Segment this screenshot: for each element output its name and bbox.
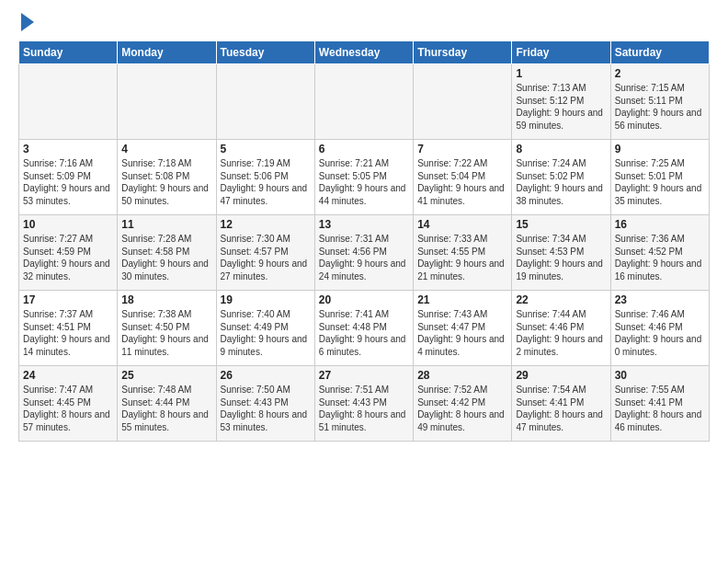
calendar-cell: 10Sunrise: 7:27 AM Sunset: 4:59 PM Dayli… [19,215,118,291]
calendar: SundayMondayTuesdayWednesdayThursdayFrid… [18,40,710,442]
cell-content: Sunrise: 7:27 AM Sunset: 4:59 PM Dayligh… [23,233,113,282]
weekday-header-row: SundayMondayTuesdayWednesdayThursdayFrid… [19,41,710,64]
cell-content: Sunrise: 7:22 AM Sunset: 5:04 PM Dayligh… [417,157,507,207]
calendar-cell: 19Sunrise: 7:40 AM Sunset: 4:49 PM Dayli… [216,291,314,366]
calendar-cell: 23Sunrise: 7:46 AM Sunset: 4:46 PM Dayli… [610,291,709,366]
cell-content: Sunrise: 7:50 AM Sunset: 4:43 PM Dayligh… [221,384,311,433]
calendar-cell [216,64,314,140]
cell-content: Sunrise: 7:54 AM Sunset: 4:41 PM Dayligh… [516,384,606,433]
day-number: 28 [417,369,507,382]
cell-content: Sunrise: 7:52 AM Sunset: 4:42 PM Dayligh… [417,384,507,433]
logo-triangle-icon [21,13,34,31]
cell-content: Sunrise: 7:15 AM Sunset: 5:11 PM Dayligh… [615,82,705,132]
cell-content: Sunrise: 7:13 AM Sunset: 5:12 PM Dayligh… [516,82,606,132]
cell-content: Sunrise: 7:36 AM Sunset: 4:52 PM Dayligh… [615,233,705,282]
cell-content: Sunrise: 7:24 AM Sunset: 5:02 PM Dayligh… [516,157,606,207]
day-number: 19 [221,293,311,306]
day-number: 9 [615,143,705,155]
calendar-cell: 5Sunrise: 7:19 AM Sunset: 5:06 PM Daylig… [216,140,314,215]
week-row-1: 1Sunrise: 7:13 AM Sunset: 5:12 PM Daylig… [19,64,710,140]
calendar-cell: 3Sunrise: 7:16 AM Sunset: 5:09 PM Daylig… [19,140,118,215]
cell-content: Sunrise: 7:31 AM Sunset: 4:56 PM Dayligh… [319,233,409,282]
cell-content: Sunrise: 7:18 AM Sunset: 5:08 PM Dayligh… [121,157,211,207]
header [18,15,710,31]
calendar-cell: 6Sunrise: 7:21 AM Sunset: 5:05 PM Daylig… [314,140,413,215]
day-number: 23 [615,293,705,306]
day-number: 21 [417,293,507,306]
day-number: 11 [121,218,211,231]
day-number: 22 [516,293,606,306]
calendar-cell: 26Sunrise: 7:50 AM Sunset: 4:43 PM Dayli… [216,366,314,442]
day-number: 2 [615,67,705,80]
calendar-cell: 25Sunrise: 7:48 AM Sunset: 4:44 PM Dayli… [118,366,216,442]
cell-content: Sunrise: 7:21 AM Sunset: 5:05 PM Dayligh… [319,157,409,207]
weekday-header-thursday: Thursday [414,41,512,64]
page: SundayMondayTuesdayWednesdayThursdayFrid… [0,0,728,456]
cell-content: Sunrise: 7:38 AM Sunset: 4:50 PM Dayligh… [121,308,211,358]
weekday-header-wednesday: Wednesday [314,41,413,64]
day-number: 25 [121,369,211,382]
cell-content: Sunrise: 7:16 AM Sunset: 5:09 PM Dayligh… [23,157,113,207]
day-number: 29 [516,369,606,382]
day-number: 18 [121,293,211,306]
calendar-cell: 4Sunrise: 7:18 AM Sunset: 5:08 PM Daylig… [118,140,216,215]
calendar-cell: 16Sunrise: 7:36 AM Sunset: 4:52 PM Dayli… [610,215,709,291]
weekday-header-monday: Monday [118,41,216,64]
day-number: 30 [615,369,705,382]
day-number: 27 [319,369,409,382]
calendar-cell: 21Sunrise: 7:43 AM Sunset: 4:47 PM Dayli… [414,291,512,366]
day-number: 6 [319,143,409,155]
cell-content: Sunrise: 7:51 AM Sunset: 4:43 PM Dayligh… [319,384,409,433]
calendar-cell: 8Sunrise: 7:24 AM Sunset: 5:02 PM Daylig… [512,140,610,215]
day-number: 7 [417,143,507,155]
calendar-cell: 30Sunrise: 7:55 AM Sunset: 4:41 PM Dayli… [610,366,709,442]
calendar-cell: 22Sunrise: 7:44 AM Sunset: 4:46 PM Dayli… [512,291,610,366]
calendar-cell: 11Sunrise: 7:28 AM Sunset: 4:58 PM Dayli… [118,215,216,291]
calendar-cell: 1Sunrise: 7:13 AM Sunset: 5:12 PM Daylig… [512,64,610,140]
day-number: 15 [516,218,606,231]
calendar-cell [414,64,512,140]
day-number: 8 [516,143,606,155]
day-number: 13 [319,218,409,231]
calendar-cell: 24Sunrise: 7:47 AM Sunset: 4:45 PM Dayli… [19,366,118,442]
cell-content: Sunrise: 7:46 AM Sunset: 4:46 PM Dayligh… [615,308,705,358]
cell-content: Sunrise: 7:44 AM Sunset: 4:46 PM Dayligh… [516,308,606,358]
day-number: 12 [221,218,311,231]
week-row-3: 10Sunrise: 7:27 AM Sunset: 4:59 PM Dayli… [19,215,710,291]
cell-content: Sunrise: 7:47 AM Sunset: 4:45 PM Dayligh… [23,384,113,433]
calendar-cell: 15Sunrise: 7:34 AM Sunset: 4:53 PM Dayli… [512,215,610,291]
day-number: 3 [23,143,113,155]
week-row-4: 17Sunrise: 7:37 AM Sunset: 4:51 PM Dayli… [19,291,710,366]
calendar-cell: 14Sunrise: 7:33 AM Sunset: 4:55 PM Dayli… [414,215,512,291]
calendar-cell [19,64,118,140]
calendar-cell: 7Sunrise: 7:22 AM Sunset: 5:04 PM Daylig… [414,140,512,215]
logo [18,15,34,31]
weekday-header-tuesday: Tuesday [216,41,314,64]
day-number: 10 [23,218,113,231]
day-number: 16 [615,218,705,231]
cell-content: Sunrise: 7:19 AM Sunset: 5:06 PM Dayligh… [221,157,311,207]
week-row-5: 24Sunrise: 7:47 AM Sunset: 4:45 PM Dayli… [19,366,710,442]
calendar-cell: 18Sunrise: 7:38 AM Sunset: 4:50 PM Dayli… [118,291,216,366]
calendar-cell: 17Sunrise: 7:37 AM Sunset: 4:51 PM Dayli… [19,291,118,366]
calendar-cell: 20Sunrise: 7:41 AM Sunset: 4:48 PM Dayli… [314,291,413,366]
day-number: 17 [23,293,113,306]
day-number: 1 [516,67,606,80]
cell-content: Sunrise: 7:34 AM Sunset: 4:53 PM Dayligh… [516,233,606,282]
calendar-cell: 12Sunrise: 7:30 AM Sunset: 4:57 PM Dayli… [216,215,314,291]
day-number: 14 [417,218,507,231]
cell-content: Sunrise: 7:37 AM Sunset: 4:51 PM Dayligh… [23,308,113,358]
week-row-2: 3Sunrise: 7:16 AM Sunset: 5:09 PM Daylig… [19,140,710,215]
weekday-header-friday: Friday [512,41,610,64]
cell-content: Sunrise: 7:28 AM Sunset: 4:58 PM Dayligh… [121,233,211,282]
cell-content: Sunrise: 7:55 AM Sunset: 4:41 PM Dayligh… [615,384,705,433]
calendar-cell [118,64,216,140]
cell-content: Sunrise: 7:41 AM Sunset: 4:48 PM Dayligh… [319,308,409,358]
weekday-header-saturday: Saturday [610,41,709,64]
weekday-header-sunday: Sunday [19,41,118,64]
cell-content: Sunrise: 7:25 AM Sunset: 5:01 PM Dayligh… [615,157,705,207]
day-number: 5 [221,143,311,155]
cell-content: Sunrise: 7:30 AM Sunset: 4:57 PM Dayligh… [221,233,311,282]
cell-content: Sunrise: 7:48 AM Sunset: 4:44 PM Dayligh… [121,384,211,433]
day-number: 4 [121,143,211,155]
